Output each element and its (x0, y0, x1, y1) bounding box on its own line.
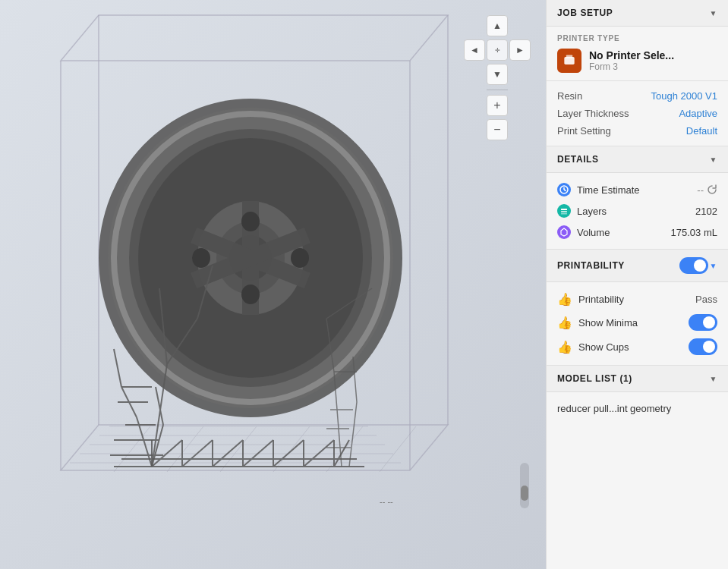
svg-point-30 (192, 248, 210, 268)
settings-section: Resin Tough 2000 V1 Layer Thickness Adap… (547, 81, 728, 146)
show-cups-toggle[interactable] (689, 338, 717, 355)
model-list-section: reducer pull...int geometry (547, 392, 728, 425)
svg-line-16 (380, 426, 416, 472)
nav-controls: ▲ ◄ ✛ ► ▼ + − (464, 15, 531, 140)
show-cups-thumb-icon: 👍 (557, 340, 572, 354)
details-section: Time Estimate -- Layer (547, 173, 728, 250)
printability-toggle[interactable] (679, 257, 708, 274)
time-estimate-row: Time Estimate -- (557, 179, 717, 200)
printability-arrow-icon: ▼ (710, 262, 718, 270)
layer-thickness-key: Layer Thickness (557, 108, 629, 119)
show-minima-left: 👍 Show Minima (557, 316, 638, 330)
model-list-label: MODEL LIST (1) (557, 373, 632, 384)
printer-model: Form 3 (589, 61, 717, 72)
model-list-chevron-icon: ▼ (710, 375, 718, 383)
printability-toggle-area[interactable]: ▼ (679, 257, 718, 274)
printability-header[interactable]: PRINTABILITY ▼ (547, 250, 728, 282)
print-setting-row[interactable]: Print Setting Default (557, 122, 717, 140)
pan-down-button[interactable]: ▼ (487, 64, 508, 85)
printability-label: PRINTABILITY (557, 260, 625, 271)
3d-viewport[interactable]: -- -- ▲ ◄ ✛ ► ▼ + − (0, 0, 546, 569)
resin-row[interactable]: Resin Tough 2000 V1 (557, 87, 717, 105)
printability-section: 👍 Printability Pass 👍 Show Minima 👍 Show… (547, 282, 728, 366)
details-chevron-icon: ▼ (710, 156, 718, 164)
zoom-in-button[interactable]: + (487, 95, 508, 116)
printer-icon (557, 49, 581, 73)
volume-row: Volume 175.03 mL (557, 222, 717, 243)
printer-name: No Printer Sele... (589, 49, 717, 61)
printer-info: No Printer Sele... Form 3 (589, 49, 717, 72)
volume-label: Volume (577, 227, 610, 238)
job-setup-label: JOB SETUP (557, 8, 613, 18)
time-estimate-label: Time Estimate (577, 184, 640, 196)
pan-center-button[interactable]: ✛ (487, 39, 508, 61)
time-estimate-val: -- (697, 184, 717, 196)
layer-thickness-row[interactable]: Layer Thickness Adaptive (557, 105, 717, 122)
scroll-indicator (520, 463, 529, 508)
printer-type-label: PRINTER TYPE (557, 34, 717, 42)
show-minima-row: 👍 Show Minima (557, 310, 717, 335)
svg-point-29 (291, 248, 309, 268)
svg-line-11 (114, 426, 150, 472)
print-setting-key: Print Setting (557, 125, 611, 137)
svg-line-76 (564, 190, 566, 191)
svg-rect-77 (561, 209, 567, 210)
model-list-item[interactable]: reducer pull...int geometry (557, 398, 717, 419)
volume-icon (557, 225, 571, 239)
printer-type-section: PRINTER TYPE No Printer Sele... Form 3 (547, 27, 728, 81)
svg-line-13 (220, 426, 257, 472)
printability-status-row: 👍 Printability Pass (557, 288, 717, 310)
model-list-header[interactable]: MODEL LIST (1) ▼ (547, 366, 728, 392)
svg-line-65 (349, 402, 357, 467)
scroll-thumb (521, 486, 528, 501)
svg-text:-- --: -- -- (380, 497, 393, 506)
show-cups-label: Show Cups (578, 341, 629, 353)
svg-point-31 (241, 284, 260, 304)
job-setup-header[interactable]: JOB SETUP ▼ (547, 0, 728, 27)
svg-line-38 (114, 349, 121, 387)
printability-thumb-icon: 👍 (557, 292, 572, 307)
svg-rect-78 (561, 211, 567, 212)
printer-row[interactable]: No Printer Sele... Form 3 (557, 49, 717, 73)
zoom-out-button[interactable]: − (487, 119, 508, 140)
layer-thickness-val: Adaptive (679, 108, 717, 119)
volume-left: Volume (557, 225, 610, 239)
printability-pass-badge: Pass (695, 294, 717, 305)
pan-left-button[interactable]: ◄ (464, 39, 485, 61)
time-estimate-left: Time Estimate (557, 183, 640, 196)
layers-icon (557, 204, 571, 218)
svg-point-28 (241, 212, 260, 231)
right-panel: JOB SETUP ▼ PRINTER TYPE No Printer Sele… (546, 0, 728, 569)
show-minima-label: Show Minima (578, 317, 638, 329)
print-setting-val: Default (686, 125, 717, 137)
printability-status-left: 👍 Printability (557, 292, 624, 307)
details-header[interactable]: DETAILS ▼ (547, 146, 728, 173)
pan-right-button[interactable]: ► (509, 39, 531, 61)
show-minima-thumb-icon: 👍 (557, 316, 572, 330)
details-label: DETAILS (557, 154, 599, 165)
layers-label: Layers (577, 206, 607, 217)
svg-marker-0 (61, 425, 448, 470)
pan-up-button[interactable]: ▲ (487, 15, 508, 36)
show-cups-row: 👍 Show Cups (557, 335, 717, 359)
show-minima-toggle[interactable] (689, 314, 717, 331)
layers-left: Layers (557, 204, 607, 218)
svg-marker-1 (61, 15, 448, 61)
time-icon (557, 183, 571, 196)
resin-val: Tough 2000 V1 (651, 90, 717, 102)
layers-val: 2102 (695, 206, 717, 217)
svg-rect-79 (561, 213, 567, 215)
volume-val: 175.03 mL (671, 227, 717, 238)
printability-status-label: Printability (578, 294, 624, 305)
layers-row: Layers 2102 (557, 200, 717, 222)
job-setup-chevron-icon: ▼ (710, 9, 718, 17)
resin-key: Resin (557, 90, 582, 102)
show-cups-left: 👍 Show Cups (557, 340, 629, 354)
svg-rect-73 (566, 55, 572, 58)
